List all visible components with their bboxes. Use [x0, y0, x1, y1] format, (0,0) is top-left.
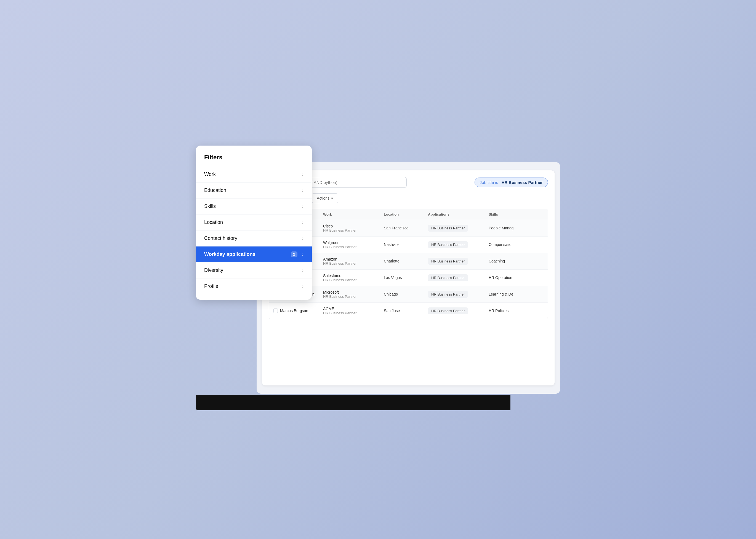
location-cell: San Francisco	[384, 226, 428, 230]
work-title: HR Business Partner	[323, 278, 384, 282]
skills-cell: Coaching	[489, 259, 543, 263]
actions-label: Actions	[317, 196, 330, 200]
filter-item-profile[interactable]: Profile ›	[196, 278, 312, 294]
col-header-location: Location	[384, 212, 428, 216]
filter-item-label-work: Work	[204, 172, 216, 177]
filter-item-label-diversity: Diversity	[204, 268, 223, 273]
location-cell: Las Vegas	[384, 275, 428, 280]
chevron-right-icon: ›	[302, 268, 304, 273]
filter-badge-count: 2	[291, 252, 297, 257]
work-company: Walgreens	[323, 240, 384, 245]
app-badge: HR Business Partner	[428, 274, 468, 281]
skills-cell: Compensatio	[489, 242, 543, 247]
filters-title: Filters	[196, 154, 312, 167]
col-header-work: Work	[323, 212, 384, 216]
work-cell: Salesforce HR Business Partner	[323, 273, 384, 282]
filter-item-location[interactable]: Location ›	[196, 214, 312, 230]
filter-item-contact-history[interactable]: Contact history ›	[196, 230, 312, 247]
work-company: Microsoft	[323, 290, 384, 294]
active-row: 2 ›	[291, 252, 304, 257]
app-badge: HR Business Partner	[428, 225, 468, 232]
filter-item-diversity[interactable]: Diversity ›	[196, 263, 312, 278]
work-cell: Amazon HR Business Partner	[323, 257, 384, 266]
work-company: Cisco	[323, 224, 384, 228]
application-cell: HR Business Partner	[428, 307, 489, 314]
app-badge: HR Business Partner	[428, 241, 468, 248]
chevron-right-icon: ›	[302, 219, 304, 225]
chevron-right-icon: ›	[302, 203, 304, 209]
work-company: Salesforce	[323, 273, 384, 278]
filter-item-label-education: Education	[204, 188, 226, 193]
person-name: Marcus Bergson	[280, 309, 308, 313]
row-checkbox[interactable]	[273, 309, 278, 313]
work-company: Amazon	[323, 257, 384, 261]
application-cell: HR Business Partner	[428, 274, 489, 281]
actions-button[interactable]: Actions ▾	[312, 193, 338, 203]
location-cell: San Jose	[384, 309, 428, 313]
filter-item-education[interactable]: Education ›	[196, 183, 312, 198]
filter-item-label-workday-applications: Workday applications	[204, 252, 255, 257]
app-badge: HR Business Partner	[428, 258, 468, 265]
filter-badge-value: HR Business Partner	[502, 180, 543, 185]
work-cell: Walgreens HR Business Partner	[323, 240, 384, 249]
work-cell: ACME HR Business Partner	[323, 307, 384, 315]
location-cell: Charlotte	[384, 259, 428, 263]
work-title: HR Business Partner	[323, 311, 384, 315]
skills-cell: People Manag	[489, 226, 543, 230]
work-title: HR Business Partner	[323, 245, 384, 249]
application-cell: HR Business Partner	[428, 258, 489, 265]
work-title: HR Business Partner	[323, 228, 384, 232]
chevron-right-icon: ›	[302, 188, 304, 193]
table-row: Marcus Bergson ACME HR Business Partner …	[269, 303, 548, 319]
application-cell: HR Business Partner	[428, 225, 489, 232]
col-header-applications: Applications	[428, 212, 489, 216]
work-title: HR Business Partner	[323, 294, 384, 299]
filter-item-label-contact-history: Contact history	[204, 235, 237, 241]
chevron-right-icon: ›	[302, 235, 304, 241]
skills-cell: HR Policies	[489, 309, 543, 313]
active-filter-badge[interactable]: Job title is HR Business Partner	[475, 178, 548, 187]
chevron-right-icon: ›	[302, 283, 304, 289]
chevron-right-icon: ›	[302, 172, 304, 177]
application-cell: HR Business Partner	[428, 291, 489, 298]
work-cell: Microsoft HR Business Partner	[323, 290, 384, 299]
application-cell: HR Business Partner	[428, 241, 489, 248]
filter-item-label-profile: Profile	[204, 283, 218, 289]
filter-sidebar: Filters Work › Education › Skills › Loca…	[196, 146, 312, 300]
actions-chevron-icon: ▾	[331, 196, 333, 200]
app-badge: HR Business Partner	[428, 307, 468, 314]
filter-item-label-skills: Skills	[204, 203, 216, 209]
work-title: HR Business Partner	[323, 261, 384, 266]
app-badge: HR Business Partner	[428, 291, 468, 298]
chevron-right-icon: ›	[302, 252, 304, 257]
taskbar	[196, 395, 511, 410]
filter-badge-prefix: Job title is	[480, 180, 498, 185]
work-cell: Cisco HR Business Partner	[323, 224, 384, 232]
location-cell: Chicago	[384, 292, 428, 296]
col-header-skills: Skills	[489, 212, 543, 216]
filter-item-work[interactable]: Work ›	[196, 167, 312, 183]
filter-item-workday-applications[interactable]: Workday applications 2 ›	[196, 247, 312, 263]
name-cell: Marcus Bergson	[273, 309, 323, 313]
location-cell: Nashville	[384, 242, 428, 247]
work-company: ACME	[323, 307, 384, 311]
filter-item-label-location: Location	[204, 219, 223, 225]
skills-cell: HR Operation	[489, 275, 543, 280]
filter-item-skills[interactable]: Skills ›	[196, 198, 312, 214]
skills-cell: Learning & De	[489, 292, 543, 296]
